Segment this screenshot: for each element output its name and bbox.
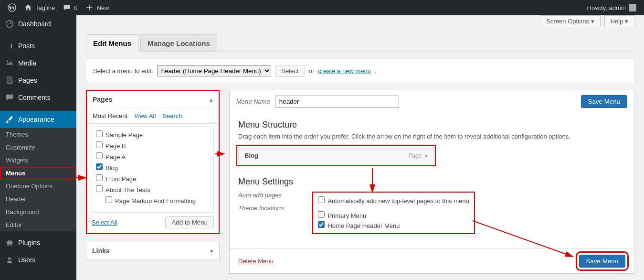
sidebar-item-users[interactable]: Users bbox=[0, 251, 76, 269]
page-checklist[interactable]: Sample Page Page B Page A Blog Front Pag… bbox=[92, 127, 214, 213]
submenu-themes[interactable]: Themes bbox=[0, 128, 76, 141]
theme-locations-label: Theme locations bbox=[238, 205, 284, 212]
auto-add-checkbox-row[interactable]: Automatically add new top-level pages to… bbox=[318, 195, 469, 205]
new-content-link[interactable]: New bbox=[81, 0, 113, 15]
comment-icon bbox=[63, 3, 71, 12]
select-menu-label: Select a menu to edit: bbox=[93, 67, 153, 75]
sidebar-item-dashboard[interactable]: Dashboard bbox=[0, 15, 76, 32]
page-item[interactable]: Page Markup And Formatting bbox=[92, 195, 213, 206]
sidebar-item-pages[interactable]: Pages bbox=[0, 72, 76, 89]
location-primary-checkbox[interactable] bbox=[318, 211, 325, 218]
site-name-link[interactable]: Tagline bbox=[20, 0, 59, 15]
create-new-menu-link[interactable]: create a new menu bbox=[318, 67, 371, 75]
submenu-widgets[interactable]: Widgets bbox=[0, 154, 76, 167]
menu-select-row: Select a menu to edit: header (Home Page… bbox=[86, 59, 634, 83]
pages-postbox-header[interactable]: Pages ▴ bbox=[87, 91, 219, 108]
page-item[interactable]: Front Page bbox=[92, 173, 213, 184]
sidebar-item-comments[interactable]: Comments bbox=[0, 89, 76, 106]
location-header-row[interactable]: Home Page Header Menu bbox=[318, 220, 469, 230]
account-link[interactable]: Howdy, admin bbox=[583, 0, 640, 15]
sidebar-item-posts[interactable]: Posts bbox=[0, 37, 76, 54]
page-checkbox[interactable] bbox=[96, 185, 103, 192]
submenu-customize[interactable]: Customize bbox=[0, 141, 76, 154]
tab-edit-menus[interactable]: Edit Menus bbox=[86, 34, 138, 52]
brush-icon bbox=[5, 115, 14, 124]
svg-point-0 bbox=[8, 4, 16, 11]
page-checkbox[interactable] bbox=[96, 141, 103, 148]
menu-edit-panel: Menu Name Save Menu Menu Structure Drag … bbox=[229, 90, 634, 274]
pages-postbox: Pages ▴ Most Recent View All Search Samp… bbox=[86, 90, 220, 234]
wp-logo-icon[interactable] bbox=[4, 0, 20, 15]
page-item[interactable]: Sample Page bbox=[92, 129, 213, 140]
menu-select[interactable]: header (Home Page Header Menu) bbox=[157, 65, 271, 76]
content-area: Screen Options ▾ Help ▾ Edit Menus Manag… bbox=[76, 15, 644, 280]
admin-sidebar: Dashboard Posts Media Pages Comments App… bbox=[0, 15, 76, 280]
save-menu-button-bottom[interactable]: Save Menu bbox=[579, 255, 625, 268]
filter-search[interactable]: Search bbox=[162, 112, 182, 119]
pin-icon bbox=[5, 41, 14, 51]
page-item[interactable]: About The Tests bbox=[92, 184, 213, 195]
filter-most-recent[interactable]: Most Recent bbox=[93, 112, 127, 119]
comment-icon bbox=[5, 93, 14, 102]
auto-add-label: Auto add pages bbox=[238, 192, 284, 199]
tab-manage-locations[interactable]: Manage Locations bbox=[140, 34, 217, 52]
page-item[interactable]: Page B bbox=[92, 140, 213, 151]
page-item[interactable]: Blog bbox=[92, 162, 213, 173]
menu-name-label: Menu Name bbox=[236, 98, 270, 105]
comments-link[interactable]: 0 bbox=[59, 0, 81, 15]
sidebar-item-appearance[interactable]: Appearance bbox=[0, 111, 76, 128]
location-primary-row[interactable]: Primary Menu bbox=[318, 210, 469, 220]
page-checkbox[interactable] bbox=[96, 174, 103, 181]
filter-view-all[interactable]: View All bbox=[134, 112, 156, 119]
delete-menu-link[interactable]: Delete Menu bbox=[238, 258, 274, 265]
dashboard-icon bbox=[5, 19, 14, 29]
submenu-header[interactable]: Header bbox=[0, 193, 76, 205]
users-icon bbox=[5, 255, 14, 265]
save-menu-button-top[interactable]: Save Menu bbox=[581, 95, 627, 108]
svg-point-2 bbox=[7, 61, 9, 63]
menu-item-handle[interactable]: Blog Page ▾ bbox=[238, 147, 434, 164]
page-checkbox[interactable] bbox=[96, 163, 103, 170]
page-icon bbox=[5, 75, 14, 85]
sidebar-item-media[interactable]: Media bbox=[0, 54, 76, 72]
chevron-down-icon: ▾ bbox=[210, 248, 213, 255]
plus-icon bbox=[85, 3, 94, 12]
select-all-link[interactable]: Select All bbox=[92, 219, 117, 226]
menu-settings-checks: Automatically add new top-level pages to… bbox=[312, 192, 475, 234]
chevron-up-icon: ▴ bbox=[210, 96, 213, 103]
page-checkbox[interactable] bbox=[96, 130, 103, 137]
links-postbox-header[interactable]: Links ▾ bbox=[86, 242, 219, 260]
svg-point-3 bbox=[8, 258, 11, 260]
auto-add-checkbox[interactable] bbox=[318, 196, 325, 203]
page-item[interactable]: Page A bbox=[92, 151, 213, 162]
select-button[interactable]: Select bbox=[275, 65, 305, 77]
admin-toolbar: Tagline 0 New Howdy, admin bbox=[0, 0, 644, 15]
submenu-background[interactable]: Background bbox=[0, 205, 76, 218]
plugin-icon bbox=[5, 238, 14, 248]
screen-options-button[interactable]: Screen Options ▾ bbox=[540, 15, 600, 27]
page-checkbox[interactable] bbox=[106, 196, 112, 203]
media-icon bbox=[5, 58, 14, 68]
home-icon bbox=[24, 3, 32, 12]
submenu-menus[interactable]: Menus bbox=[0, 167, 76, 180]
or-text: or bbox=[309, 67, 315, 75]
menu-structure-desc: Drag each item into the order you prefer… bbox=[238, 133, 625, 140]
appearance-submenu: Themes Customize Widgets Menus Onetone O… bbox=[0, 128, 76, 231]
avatar bbox=[629, 4, 636, 11]
nav-tabs: Edit Menus Manage Locations bbox=[86, 34, 634, 52]
location-header-checkbox[interactable] bbox=[318, 221, 325, 228]
menu-settings-heading: Menu Settings bbox=[238, 177, 625, 187]
add-to-menu-button[interactable]: Add to Menu bbox=[165, 216, 214, 228]
help-button[interactable]: Help ▾ bbox=[604, 15, 634, 27]
submenu-onetone[interactable]: Onetone Options bbox=[0, 180, 76, 193]
page-checkbox[interactable] bbox=[96, 152, 103, 159]
links-postbox: Links ▾ bbox=[86, 242, 220, 260]
menu-name-input[interactable] bbox=[275, 96, 399, 108]
sidebar-item-plugins[interactable]: Plugins bbox=[0, 234, 76, 251]
menu-structure-heading: Menu Structure bbox=[238, 120, 625, 130]
submenu-editor[interactable]: Editor bbox=[0, 218, 76, 231]
